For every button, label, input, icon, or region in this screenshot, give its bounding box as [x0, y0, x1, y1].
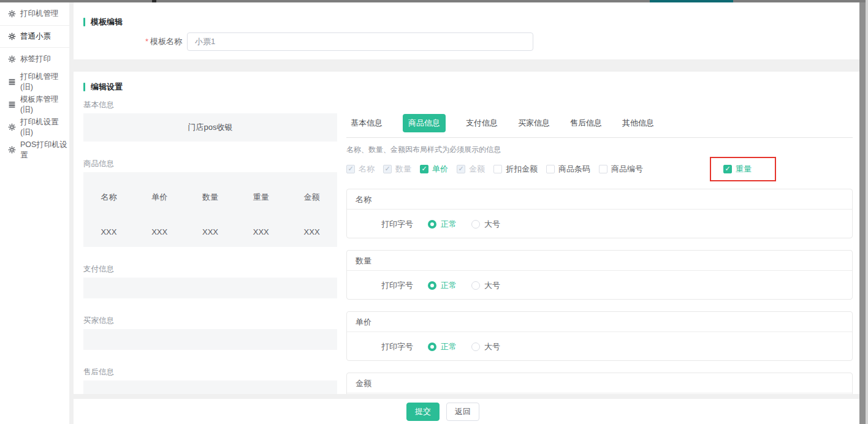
template-edit-card: 模板编辑 *模板名称 — [74, 2, 859, 59]
preview-basic-box: 门店pos收银 — [83, 113, 337, 142]
sidebar-item-printer-management-old[interactable]: 打印机管理(旧) — [0, 70, 69, 93]
panel-body: 打印字号 正常 大号 — [347, 210, 852, 238]
panel-body: 打印字号 正常 大号 — [347, 271, 852, 300]
section-title-text: 模板编辑 — [91, 17, 123, 28]
main-content: 模板编辑 *模板名称 编辑设置 基本信息 门店pos收银 商品信息 名 — [74, 2, 859, 424]
sidebar-item-label: POS打印机设置 — [20, 140, 69, 161]
radio-normal[interactable]: 正常 — [428, 219, 457, 230]
scrollbar-track — [866, 0, 868, 424]
tab-other-info[interactable]: 其他信息 — [622, 118, 654, 129]
font-size-label: 打印字号 — [381, 280, 413, 291]
checkbox-icon — [493, 165, 502, 173]
preview-goods-table: 名称 单价 数量 重量 金额 XXX XXX XXX XXX XXX — [83, 172, 337, 247]
section-accent-bar — [83, 83, 85, 91]
sidebar-item-label: 标签打印 — [20, 54, 51, 64]
checkbox-amount: 金额 — [457, 164, 485, 175]
gears-icon — [8, 146, 16, 154]
tab-basic-info[interactable]: 基本信息 — [351, 118, 383, 129]
preview-basic-label: 基本信息 — [83, 100, 337, 110]
template-name-label: *模板名称 — [74, 32, 182, 51]
edit-settings-card: 编辑设置 基本信息 门店pos收银 商品信息 名称 单价 数量 重量 金额 — [74, 72, 859, 394]
section-title-template-edit: 模板编辑 — [83, 17, 123, 28]
check-icon — [420, 165, 428, 173]
preview-pay-box — [83, 278, 337, 298]
tab-buyer-info[interactable]: 买家信息 — [518, 118, 550, 129]
sidebar-item-label: 模板库管理(旧) — [20, 94, 69, 115]
submit-button[interactable]: 提交 — [406, 403, 440, 421]
field-panel-unit-price: 单价 打印字号 正常 大号 — [346, 311, 853, 361]
sidebar-item-pos-printer-settings[interactable]: POS打印机设置 — [0, 138, 69, 161]
panel-title: 单价 — [347, 312, 852, 332]
radio-icon — [428, 343, 436, 351]
footer-actions: 提交 返回 — [74, 399, 859, 424]
sidebar-item-normal-receipt[interactable]: 普通小票 — [0, 25, 69, 48]
preview-store-title: 门店pos收银 — [188, 123, 233, 132]
sidebar-item-printer-settings-old[interactable]: 打印机设置(旧) — [0, 116, 69, 138]
tab-pay-info[interactable]: 支付信息 — [466, 118, 498, 129]
preview-buyer-box — [83, 329, 337, 350]
check-icon — [346, 165, 355, 173]
panel-title: 名称 — [347, 189, 852, 210]
panel-title: 数量 — [347, 251, 852, 271]
template-name-row: *模板名称 — [74, 32, 859, 51]
radio-icon — [471, 281, 480, 290]
weight-highlight-box: 重量 — [710, 157, 776, 181]
tabs-divider — [346, 137, 853, 138]
checkbox-quantity: 数量 — [383, 164, 411, 175]
field-panel-amount: 金额 打印字号 正常 大号 — [346, 373, 853, 394]
preview-aftersale-label: 售后信息 — [83, 367, 337, 377]
radio-normal[interactable]: 正常 — [428, 341, 457, 352]
tab-goods-info[interactable]: 商品信息 — [403, 114, 446, 132]
checkbox-discount-amount[interactable]: 折扣金额 — [493, 164, 538, 175]
checkbox-icon — [599, 165, 607, 173]
checkbox-unit-price[interactable]: 单价 — [420, 164, 448, 175]
checkbox-icon — [546, 165, 555, 173]
app-root: 打印机管理 普通小票 标签打印 打印机管理(旧) 模板库管理(旧) 打印机设置(… — [0, 0, 868, 424]
sidebar-item-label: 打印机管理(旧) — [20, 72, 69, 93]
sidebar-item-printer-management[interactable]: 打印机管理 — [0, 2, 69, 25]
required-fields-note: 名称、数量、金额因布局样式为必须展示的信息 — [346, 145, 501, 155]
section-accent-bar — [83, 18, 85, 26]
radio-icon — [428, 281, 436, 290]
check-icon — [457, 165, 465, 173]
panel-title: 金额 — [347, 373, 852, 393]
gears-icon — [8, 32, 16, 40]
settings-panel: 基本信息 商品信息 支付信息 买家信息 售后信息 其他信息 名称、数量、金额因布… — [346, 72, 853, 394]
radio-normal[interactable]: 正常 — [428, 280, 457, 291]
radio-icon — [471, 220, 480, 229]
list-icon — [8, 100, 16, 108]
back-button[interactable]: 返回 — [446, 403, 479, 421]
sidebar-item-label: 打印机设置(旧) — [20, 117, 69, 138]
font-size-label: 打印字号 — [381, 341, 413, 352]
sidebar-item-template-library-old[interactable]: 模板库管理(旧) — [0, 93, 69, 116]
checkbox-goods-number[interactable]: 商品编号 — [599, 164, 643, 175]
radio-large[interactable]: 大号 — [471, 341, 500, 352]
sidebar-item-label: 打印机管理 — [20, 9, 59, 19]
section-title-text: 编辑设置 — [91, 81, 123, 93]
tab-aftersale-info[interactable]: 售后信息 — [570, 118, 602, 129]
radio-large[interactable]: 大号 — [471, 280, 500, 291]
preview-aftersale-box — [83, 380, 337, 394]
radio-icon — [471, 343, 480, 351]
info-tabs: 基本信息 商品信息 支付信息 买家信息 售后信息 其他信息 — [346, 114, 654, 132]
template-name-input[interactable] — [187, 32, 533, 51]
radio-large[interactable]: 大号 — [471, 219, 500, 230]
list-icon — [8, 78, 16, 86]
sidebar-item-label-print[interactable]: 标签打印 — [0, 48, 69, 70]
field-panel-name: 名称 打印字号 正常 大号 — [346, 189, 853, 238]
font-size-label: 打印字号 — [381, 219, 413, 230]
panel-body: 打印字号 正常 大号 — [347, 393, 852, 394]
section-title-edit-settings: 编辑设置 — [83, 81, 123, 93]
panel-body: 打印字号 正常 大号 — [347, 332, 852, 361]
gears-icon — [8, 55, 16, 63]
checkbox-name: 名称 — [346, 164, 375, 175]
checkbox-goods-barcode[interactable]: 商品条码 — [546, 164, 590, 175]
checkbox-weight[interactable]: 重量 — [723, 164, 752, 175]
scrollbar[interactable] — [859, 2, 866, 424]
required-mark: * — [145, 37, 148, 46]
check-icon — [383, 165, 392, 173]
sidebar: 打印机管理 普通小票 标签打印 打印机管理(旧) 模板库管理(旧) 打印机设置(… — [0, 2, 69, 424]
preview-buyer-label: 买家信息 — [83, 316, 337, 325]
field-panel-quantity: 数量 打印字号 正常 大号 — [346, 250, 853, 300]
gears-icon — [8, 10, 16, 18]
